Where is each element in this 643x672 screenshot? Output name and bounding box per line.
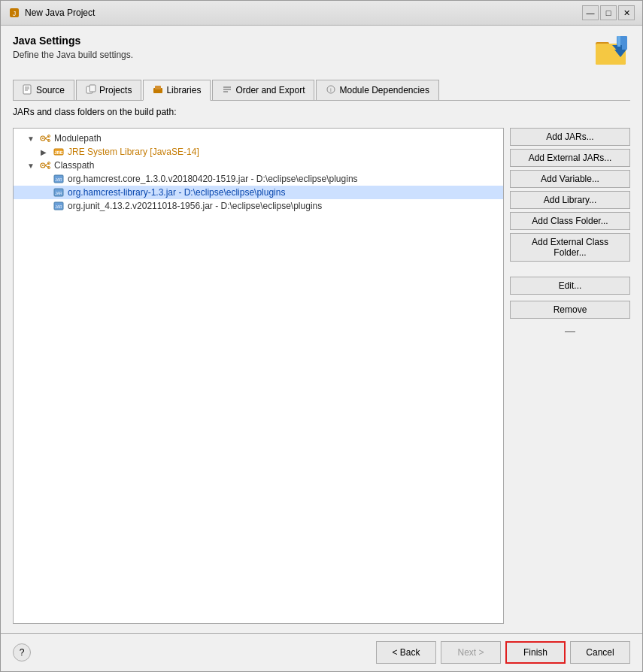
tab-libraries-label: Libraries bbox=[166, 85, 201, 95]
tree-description: JARs and class folders on the build path… bbox=[13, 107, 630, 117]
jre-label: JRE System Library [JavaSE-14] bbox=[68, 147, 199, 157]
junit-label: org.junit_4.13.2.v20211018-1956.jar - D:… bbox=[68, 201, 322, 211]
remove-button[interactable]: Remove bbox=[510, 301, 630, 319]
separator-dash: — bbox=[510, 322, 630, 340]
tree-panel[interactable]: ▼ Modulepath bbox=[13, 128, 504, 624]
hamcrest-core-label: org.hamcrest.core_1.3.0.v20180420-1519.j… bbox=[68, 174, 358, 184]
expand-icon: ▼ bbox=[27, 135, 36, 143]
hamcrest-lib-label: org.hamcrest-library-1.3.jar - D:\eclips… bbox=[68, 187, 285, 198]
tab-projects[interactable]: Projects bbox=[76, 80, 141, 100]
tree-item-classpath[interactable]: ▼ Classpath bbox=[14, 159, 503, 172]
bottom-left: ? bbox=[13, 643, 31, 661]
module-deps-tab-icon: i bbox=[326, 84, 336, 96]
modulepath-icon bbox=[39, 133, 51, 144]
header-section: Java Settings Define the Java build sett… bbox=[13, 35, 630, 71]
tab-source-label: Source bbox=[36, 85, 65, 95]
svg-rect-7 bbox=[617, 36, 620, 47]
add-library-button[interactable]: Add Library... bbox=[510, 191, 630, 209]
page-subtitle: Define the Java build settings. bbox=[13, 50, 133, 60]
libraries-tab-icon bbox=[153, 84, 163, 96]
window-title: New Java Project bbox=[25, 8, 578, 18]
tree-item-hamcrest-core[interactable]: JAR org.hamcrest.core_1.3.0.v20180420-15… bbox=[14, 172, 503, 186]
expand-icon-jre: ▶ bbox=[41, 148, 50, 156]
bottom-right: < Back Next > Finish Cancel bbox=[376, 641, 630, 664]
window-icon: J bbox=[8, 7, 20, 19]
tree-item-hamcrest-lib[interactable]: JAR org.hamcrest-library-1.3.jar - D:\ec… bbox=[14, 186, 503, 199]
tab-source[interactable]: Source bbox=[13, 80, 74, 100]
add-variable-button[interactable]: Add Variable... bbox=[510, 170, 630, 188]
source-tab-icon bbox=[23, 84, 33, 96]
hamcrest-lib-icon: JAR bbox=[53, 187, 65, 198]
back-button[interactable]: < Back bbox=[376, 641, 436, 664]
svg-point-31 bbox=[42, 165, 44, 166]
edit-button[interactable]: Edit... bbox=[510, 277, 630, 295]
add-external-class-folder-button[interactable]: Add External Class Folder... bbox=[510, 233, 630, 262]
classpath-label: Classpath bbox=[54, 160, 94, 171]
hamcrest-core-icon: JAR bbox=[53, 174, 65, 184]
svg-text:JAR: JAR bbox=[55, 177, 62, 182]
tree-item-jre[interactable]: ▶ JRE JRE System Library [JavaSE-14] bbox=[14, 145, 503, 159]
tabs-bar: Source Projects Librarie bbox=[13, 80, 630, 101]
close-button[interactable]: ✕ bbox=[618, 5, 635, 20]
bottom-bar: ? < Back Next > Finish Cancel bbox=[1, 633, 642, 671]
header-icon bbox=[594, 35, 630, 71]
tab-order-export[interactable]: Order and Export bbox=[212, 80, 314, 100]
svg-text:JAR: JAR bbox=[55, 191, 62, 195]
add-external-jars-button[interactable]: Add External JARs... bbox=[510, 149, 630, 167]
window-controls: — □ ✕ bbox=[582, 5, 635, 20]
tab-order-export-label: Order and Export bbox=[235, 85, 305, 95]
modulepath-label: Modulepath bbox=[54, 133, 102, 144]
title-bar: J New Java Project — □ ✕ bbox=[1, 1, 642, 26]
classpath-icon bbox=[39, 160, 51, 171]
maximize-button[interactable]: □ bbox=[600, 5, 617, 20]
tab-libraries[interactable]: Libraries bbox=[143, 80, 211, 101]
tab-module-deps-label: Module Dependencies bbox=[339, 85, 429, 95]
help-button[interactable]: ? bbox=[13, 643, 31, 661]
header-text: Java Settings Define the Java build sett… bbox=[13, 35, 133, 60]
order-export-tab-icon bbox=[222, 84, 232, 96]
jre-icon: JRE bbox=[53, 147, 65, 157]
svg-text:i: i bbox=[331, 86, 332, 93]
svg-rect-16 bbox=[155, 86, 161, 89]
cancel-button[interactable]: Cancel bbox=[570, 641, 630, 664]
svg-text:JAR: JAR bbox=[55, 204, 62, 209]
next-button[interactable]: Next > bbox=[441, 641, 501, 664]
tree-content: ▼ Modulepath bbox=[14, 129, 503, 216]
expand-icon-classpath: ▼ bbox=[27, 162, 36, 170]
tab-projects-label: Projects bbox=[99, 85, 132, 95]
tree-item-modulepath[interactable]: ▼ Modulepath bbox=[14, 132, 503, 145]
finish-button[interactable]: Finish bbox=[505, 641, 566, 664]
minimize-button[interactable]: — bbox=[582, 5, 599, 20]
add-jars-button[interactable]: Add JARs... bbox=[510, 128, 630, 146]
svg-rect-14 bbox=[89, 85, 96, 92]
junit-icon: JAR bbox=[53, 201, 65, 211]
main-area: ▼ Modulepath bbox=[13, 128, 630, 624]
svg-text:JRE: JRE bbox=[54, 150, 63, 155]
side-buttons: Add JARs... Add External JARs... Add Var… bbox=[510, 128, 630, 624]
dialog-window: J New Java Project — □ ✕ Java Settings D… bbox=[0, 0, 643, 672]
page-title: Java Settings bbox=[13, 35, 133, 47]
svg-point-23 bbox=[42, 138, 44, 139]
projects-tab-icon bbox=[86, 84, 96, 96]
dialog-content: Java Settings Define the Java build sett… bbox=[1, 26, 642, 633]
add-class-folder-button[interactable]: Add Class Folder... bbox=[510, 212, 630, 230]
tree-item-junit[interactable]: JAR org.junit_4.13.2.v20211018-1956.jar … bbox=[14, 199, 503, 213]
svg-text:J: J bbox=[13, 10, 17, 17]
svg-rect-9 bbox=[23, 85, 31, 94]
tab-module-deps[interactable]: i Module Dependencies bbox=[316, 80, 438, 100]
